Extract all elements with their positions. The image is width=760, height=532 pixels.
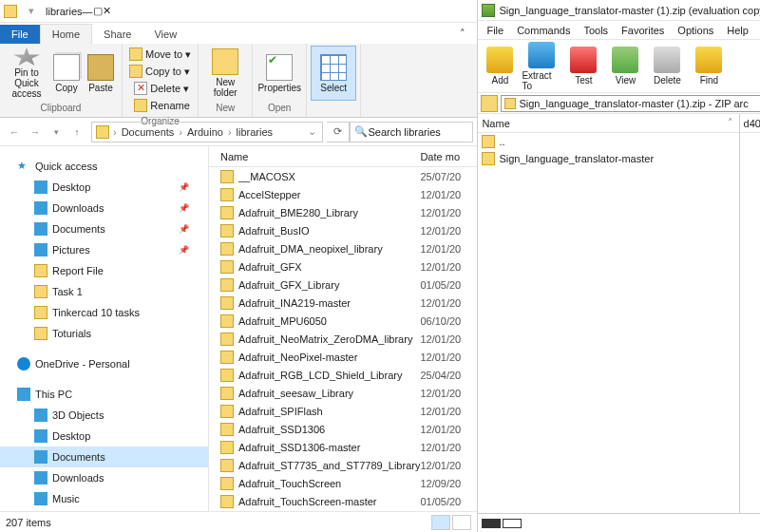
file-row[interactable]: Adafruit_SSD1306-master12/01/20 xyxy=(209,438,477,456)
file-row[interactable]: Adafruit_GFX12/01/20 xyxy=(209,257,477,276)
menu-tools[interactable]: Tools xyxy=(577,25,615,36)
up-icon[interactable] xyxy=(481,95,498,112)
rename-button[interactable]: Rename xyxy=(131,97,193,114)
nav-item[interactable]: Report File xyxy=(0,260,208,281)
winrar-status xyxy=(478,513,760,532)
nav-thispc[interactable]: This PC xyxy=(0,384,208,405)
pin-button[interactable]: Pin to Quick access xyxy=(4,46,49,101)
nav-item[interactable]: Tinkercad 10 tasks xyxy=(0,302,208,323)
nav-item[interactable]: Desktop📌 xyxy=(0,177,208,198)
properties-button[interactable]: Properties xyxy=(256,46,302,101)
nav-onedrive[interactable]: OneDrive - Personal xyxy=(0,353,208,374)
pc-icon xyxy=(17,388,30,401)
find-button[interactable]: Find xyxy=(689,47,729,86)
col-right[interactable]: d40 xyxy=(740,114,760,133)
nav-icon xyxy=(34,264,48,277)
file-row[interactable]: Adafruit_ST7735_and_ST7789_Library12/01/… xyxy=(209,456,477,474)
nav-item[interactable]: Desktop xyxy=(0,426,208,446)
add-button[interactable]: Add xyxy=(480,47,520,86)
minimize-button[interactable]: — xyxy=(83,6,93,17)
test-button[interactable]: Test xyxy=(563,47,603,86)
maximize-button[interactable]: ▢ xyxy=(93,5,103,17)
folder-icon xyxy=(220,206,234,219)
file-row[interactable]: Adafruit_BME280_Library12/01/20 xyxy=(209,203,477,221)
nav-item[interactable]: Pictures📌 xyxy=(0,239,208,260)
winrar-left-pane[interactable]: Name˄ .. Sign_language_translator-master xyxy=(478,114,739,513)
nav-item[interactable]: Documents📌 xyxy=(0,218,208,239)
breadcrumb[interactable]: › Documents› Arduino› libraries ⌄ xyxy=(91,122,323,142)
ribbon-collapse[interactable]: ˄ xyxy=(448,24,477,44)
menu-help[interactable]: Help xyxy=(720,25,755,36)
file-row[interactable]: Adafruit_SSD130612/01/20 xyxy=(209,420,477,438)
path-box[interactable]: Sign_language_translator-master (1).zip … xyxy=(501,95,760,112)
nav-item[interactable]: Documents xyxy=(0,446,208,467)
tab-home[interactable]: Home xyxy=(40,24,92,44)
copyto-button[interactable]: Copy to ▾ xyxy=(126,63,193,80)
nav-quick-access[interactable]: ★Quick access xyxy=(0,156,208,177)
pin-icon: 📌 xyxy=(179,245,189,255)
file-row[interactable]: Adafruit_SPIFlash12/01/20 xyxy=(209,402,477,420)
delete-button[interactable]: Delete xyxy=(647,47,687,86)
tab-share[interactable]: Share xyxy=(92,25,142,44)
file-row[interactable]: Adafruit_DMA_neopixel_library12/01/20 xyxy=(209,239,477,257)
extract-button[interactable]: Extract To xyxy=(522,42,561,91)
file-rows[interactable]: __MACOSX25/07/20AccelStepper12/01/20Adaf… xyxy=(209,167,477,511)
nav-item[interactable]: 3D Objects xyxy=(0,405,208,426)
quick-access-toolbar: ▾ libraries — ▢ ✕ xyxy=(0,0,477,23)
column-headers[interactable]: Name Date mo xyxy=(209,146,477,167)
up-button[interactable]: ↑ xyxy=(66,122,87,142)
file-row[interactable]: Adafruit_TouchScreen12/09/20 xyxy=(209,474,477,492)
menu-commands[interactable]: Commands xyxy=(510,25,577,36)
folder-icon xyxy=(220,332,234,346)
select-button[interactable]: Select xyxy=(311,46,356,101)
nav-item[interactable]: Downloads xyxy=(0,467,208,488)
delete-button[interactable]: Delete ▾ xyxy=(131,80,192,97)
menu-favorites[interactable]: Favorites xyxy=(615,25,671,36)
view-button[interactable]: View xyxy=(605,47,645,86)
file-row[interactable]: Adafruit_GFX_Library01/05/20 xyxy=(209,276,477,294)
file-row[interactable]: __MACOSX25/07/20 xyxy=(209,167,477,185)
tab-file[interactable]: File xyxy=(0,25,40,44)
history-button[interactable]: ▾ xyxy=(46,122,66,142)
file-row[interactable]: Adafruit_NeoPixel-master12/01/20 xyxy=(209,348,477,366)
file-row[interactable]: Adafruit_seesaw_Library12/01/20 xyxy=(209,384,477,402)
file-row[interactable]: Adafruit_NeoMatrix_ZeroDMA_library12/01/… xyxy=(209,330,477,348)
group-new: New folder New xyxy=(199,44,253,117)
refresh-button[interactable]: ⟳ xyxy=(327,122,350,142)
navigation-pane[interactable]: ★Quick access Desktop📌Downloads📌Document… xyxy=(0,146,209,511)
back-button[interactable]: ← xyxy=(4,122,25,142)
star-icon: ★ xyxy=(17,160,30,173)
file-row[interactable]: Adafruit_BusIO12/01/20 xyxy=(209,221,477,239)
folder-icon xyxy=(220,170,234,183)
view-details-button[interactable] xyxy=(431,515,450,530)
winrar-right-pane[interactable]: d40 xyxy=(740,114,760,513)
nav-item[interactable]: Pictures xyxy=(0,509,208,511)
search-input[interactable]: 🔍 Search libraries xyxy=(350,122,473,142)
file-row[interactable]: Adafruit_TouchScreen-master01/05/20 xyxy=(209,492,477,510)
tab-view[interactable]: View xyxy=(142,25,188,44)
nav-icon xyxy=(34,327,48,340)
newfolder-button[interactable]: New folder xyxy=(202,46,248,101)
qat-menu[interactable]: ▾ xyxy=(23,3,40,20)
row-folder[interactable]: Sign_language_translator-master xyxy=(478,150,738,167)
copy-button[interactable]: Copy xyxy=(49,46,84,101)
folder-icon xyxy=(220,441,234,454)
nav-item[interactable]: Task 1 xyxy=(0,281,208,302)
forward-button[interactable]: → xyxy=(25,122,46,142)
winrar-body: Name˄ .. Sign_language_translator-master… xyxy=(478,114,760,513)
file-row[interactable]: Adafruit_MPU605006/10/20 xyxy=(209,312,477,330)
file-row[interactable]: Adafruit_RGB_LCD_Shield_Library25/04/20 xyxy=(209,366,477,384)
nav-item[interactable]: Music xyxy=(0,488,208,509)
file-row[interactable]: AccelStepper12/01/20 xyxy=(209,185,477,203)
close-button[interactable]: ✕ xyxy=(103,5,111,17)
view-large-button[interactable] xyxy=(452,515,471,530)
menu-options[interactable]: Options xyxy=(671,25,720,36)
moveto-button[interactable]: Move to ▾ xyxy=(126,46,194,63)
nav-item[interactable]: Toturials xyxy=(0,323,208,344)
col-name[interactable]: Name˄ xyxy=(478,114,738,133)
menu-file[interactable]: File xyxy=(480,25,510,36)
file-row[interactable]: Adafruit_INA219-master12/01/20 xyxy=(209,294,477,312)
paste-button[interactable]: Paste xyxy=(84,46,118,101)
row-updir[interactable]: .. xyxy=(478,133,738,150)
nav-item[interactable]: Downloads📌 xyxy=(0,198,208,218)
